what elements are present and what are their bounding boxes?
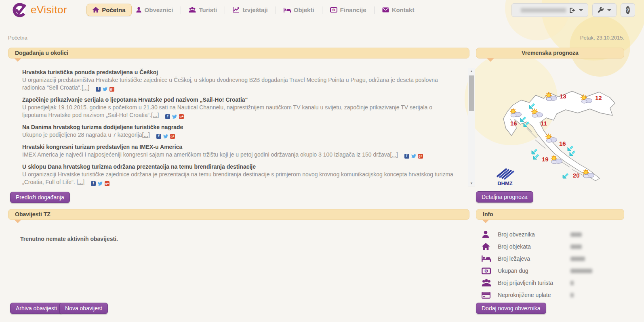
banknote-icon: 0 [330,7,337,13]
info-rows: Broj obveznika Broj objekata Broj ležaje… [482,228,623,301]
help-button[interactable]: ? [621,3,635,17]
info-label: Broj obveznika [498,231,559,238]
news-body: Ukupno je podijeljeno 28 nagrada u 7 kat… [22,131,458,139]
read-more-link[interactable]: [...] [77,179,84,185]
twitter-icon[interactable] [172,114,177,119]
scroll-down-arrow[interactable]: ▼ [468,180,475,186]
temperature-label: 16 [559,140,566,147]
nav-item-obveznici[interactable]: Obveznici [132,4,177,16]
info-panel-title: Info [483,211,493,217]
question-mark-icon: ? [626,6,630,14]
panel-pointer [14,58,21,62]
facebook-icon[interactable]: f [96,87,101,92]
news-item: Hrvatski kongresni turizam predstavljen … [22,143,458,159]
person-icon [136,7,142,13]
panel-pointer [482,220,489,223]
info-panel-header: Info [476,209,624,220]
news-body: U ponedjeljak 19.10.2015. godine s počet… [22,104,458,119]
wrench-icon [598,7,604,13]
nav-item-pocetna[interactable]: Početna [86,4,131,16]
social-share-icons: f g+ [156,134,175,139]
info-row-broj-objekata: Broj objekata [482,240,623,253]
detailed-forecast-button[interactable]: Detaljna prognoza [476,191,533,203]
nav-item-financije[interactable]: 0 Financije [326,4,370,16]
twitter-icon[interactable] [411,154,416,159]
temperature-label: 11 [541,120,547,127]
home-icon [482,243,490,251]
facebook-icon[interactable]: f [404,154,409,159]
news-body-text: IMEX America je najveći i najposjećeniji… [22,151,390,158]
googleplus-icon[interactable]: g+ [105,181,109,186]
info-row-neproknjizene-uplate: Neproknjižene uplate [482,289,623,301]
news-body: U organizaciji Hrvatske turističke zajed… [22,171,458,186]
chevron-down-icon [607,9,611,11]
nav-item-objekti[interactable]: Objekti [280,4,318,16]
breadcrumb[interactable]: Početna [8,35,27,41]
brand-name: eVisitor [31,4,67,16]
evisitor-home-page: eVisitor Početna Obveznici [0,0,644,322]
nav-item-izvjestaji[interactable]: Izvještaji [229,4,272,16]
googleplus-icon[interactable]: g+ [179,114,184,119]
news-body-text: U ponedjeljak 19.10.2015. godine s počet… [22,104,432,118]
nav-label: Obveznici [145,6,173,13]
notices-archive-button[interactable]: Arhiva obavijesti [10,303,63,314]
scroll-up-arrow[interactable]: ▲ [468,68,475,74]
user-menu-button[interactable] [511,3,588,17]
news-title: Započinje prikazivanje serijala o ljepot… [22,96,458,104]
evisitor-logo[interactable]: eVisitor [12,2,67,18]
facebook-icon[interactable]: f [156,134,161,139]
weather-panel-header: Vremenska prognoza [476,48,624,59]
info-value-redacted [570,245,582,249]
settings-button[interactable] [592,3,617,17]
news-body: U organizaciji predstavništva Hrvatske t… [22,76,458,92]
info-label: Ukupan dug [498,268,559,274]
info-value-redacted [570,232,582,237]
nav-separator [181,6,181,14]
read-more-link[interactable]: [...] [142,132,150,138]
news-title: U sklopu Dana hrvatskog turizma održana … [22,163,458,171]
nav-item-kontakt[interactable]: Kontakt [378,4,419,16]
twitter-icon[interactable] [103,87,107,92]
googleplus-icon[interactable]: g+ [170,134,175,139]
events-news-list: Hrvatska turistička ponuda predstavljena… [22,69,458,190]
new-notice-button[interactable]: Nova obavijest [59,303,108,314]
scrollbar-thumb[interactable] [469,75,474,111]
chevron-down-icon [579,9,583,11]
info-label: Broj ležajeva [498,255,559,262]
nav-separator [374,6,375,14]
logout-icon [569,7,576,13]
social-share-icons: f g+ [404,154,423,159]
user-name-redacted [521,8,566,13]
temperature-label: 12 [595,94,602,101]
twitter-icon[interactable] [163,134,168,139]
nav-label: Izvještaji [242,6,268,13]
notices-empty-message: Trenutno nemate aktivnih obavijesti. [20,236,118,242]
nav-item-turisti[interactable]: Turisti [185,4,221,16]
info-value-redacted [570,293,574,297]
nav-label: Objekti [294,6,314,13]
temperature-label: 20 [573,172,580,179]
facebook-icon[interactable]: f [165,114,170,119]
main-nav: Početna Obveznici Turisti [86,4,418,16]
weather-panel-title: Vremenska prognoza [522,50,579,56]
facebook-icon[interactable]: f [91,181,96,186]
dhmz-label: DHMZ [497,180,513,186]
nav-label: Turisti [199,6,217,13]
read-more-link[interactable]: [...] [390,151,398,158]
googleplus-icon[interactable]: g+ [418,154,423,159]
twitter-icon[interactable] [98,181,103,186]
read-more-link[interactable]: [...] [82,84,89,91]
news-item: Na Danima hrvatskog turizma dodijeljene … [22,123,458,139]
temperature-label: 19 [542,156,549,163]
news-title: Na Danima hrvatskog turizma dodijeljene … [22,123,458,131]
add-new-obligor-button[interactable]: Dodaj novog obveznika [476,303,546,314]
bed-icon [482,255,491,262]
suggest-events-button[interactable]: Predloži događanja [10,192,70,203]
read-more-link[interactable]: [...] [151,112,159,118]
croatia-outline [503,91,615,181]
people-icon [482,279,491,287]
news-scrollbar[interactable]: ▲ ▼ [468,68,475,186]
googleplus-icon[interactable]: g+ [109,87,114,92]
temperature-label: 16 [510,120,517,127]
top-navigation-bar: eVisitor Početna Obveznici [0,0,644,20]
